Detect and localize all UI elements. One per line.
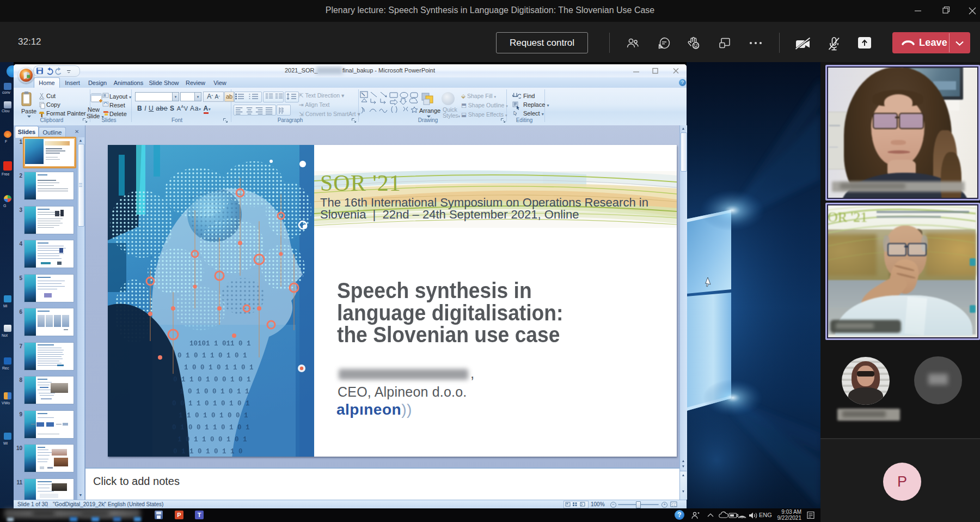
svg-text:0 1 1 0 1 0 1 1 0: 0 1 1 0 1 0 1 1 0	[173, 448, 243, 456]
svg-text:0 1 1 0 1 0 0 1 0 1: 0 1 1 0 1 0 0 1 0 1	[173, 376, 251, 384]
svg-text:0 1 0 0 1 1 0 1 0 1: 0 1 0 0 1 1 0 1 0 1	[172, 424, 250, 432]
svg-text:10101 1 011 0 1: 10101 1 011 0 1	[189, 340, 251, 348]
svg-text:1 0 1 1 0 0 1 0 1: 1 0 1 1 0 0 1 0 1	[177, 436, 247, 444]
svg-text:1 0 0 1 0 1 1 0 1: 1 0 0 1 0 1 1 0 1	[184, 364, 254, 372]
svg-text:1 1 0 1 0 1 0 0 1: 1 1 0 1 0 1 0 0 1	[179, 412, 248, 420]
svg-text:1 0 1 0 0 1 0 1 1: 1 0 1 0 0 1 0 1 1	[180, 388, 249, 396]
svg-text:0 0 1 1 0 1 0 1 0 1: 0 0 1 1 0 1 0 1 0 1	[172, 400, 250, 408]
svg-text:0 1 0 1 1 0 1 0 1: 0 1 0 1 1 0 1 0 1	[177, 352, 247, 360]
